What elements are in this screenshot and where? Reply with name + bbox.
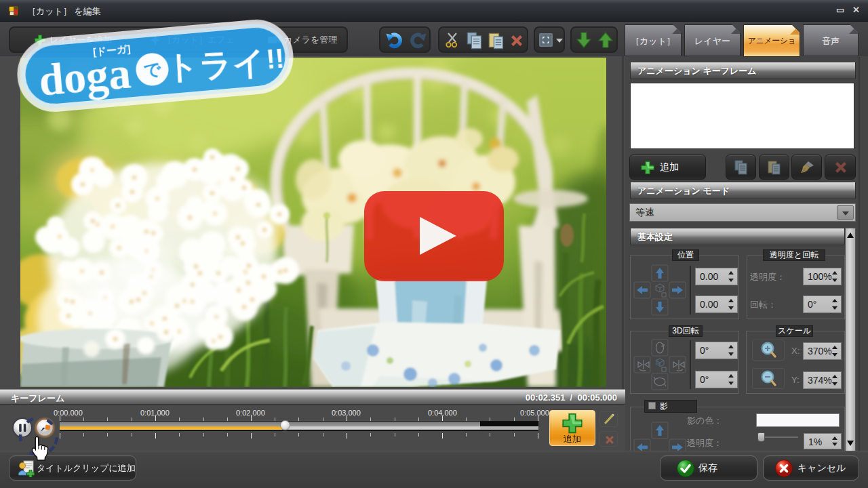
- svg-text:doga: doga: [37, 47, 133, 105]
- svg-text:で: で: [142, 59, 162, 79]
- svg-text:!!: !!: [265, 43, 285, 74]
- svg-text:トライ: トライ: [165, 44, 267, 85]
